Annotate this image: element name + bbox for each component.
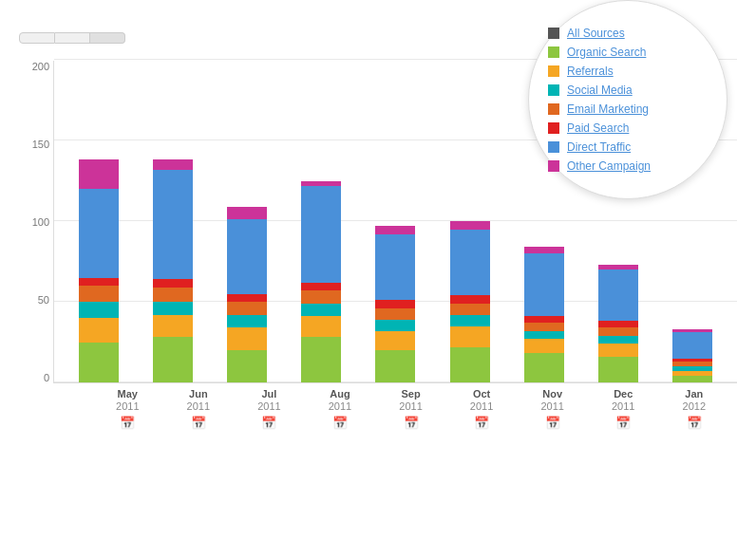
bar-group [212,207,282,382]
legend-dot [548,103,559,115]
legend-label[interactable]: Other Campaign [567,159,651,173]
x-label-month: Dec [614,388,633,400]
bar-segment [301,316,341,337]
x-label: Dec2011📅 [590,388,657,430]
bar-segment [79,189,119,278]
x-label: Jul2011📅 [236,388,303,430]
x-label: Jun2011📅 [165,388,233,430]
bar-segment [450,230,490,296]
bar-segment [375,320,415,331]
bar-segment [227,327,267,350]
bar-segment [450,304,490,315]
x-label-month: Nov [542,388,562,400]
x-label-month: Jan [685,388,703,400]
bar-segment [450,315,490,326]
calendar-icon[interactable]: 📅 [615,416,631,430]
legend-dot [548,160,559,172]
bar-segment [450,295,490,304]
stacked-bar[interactable] [79,159,119,382]
calendar-icon[interactable]: 📅 [120,416,135,430]
bar-segment [153,337,193,382]
legend-label[interactable]: Paid Search [567,121,629,135]
legend-item: All Sources [548,27,708,40]
bar-group [360,226,430,382]
tab-visits[interactable] [19,32,55,44]
legend-label[interactable]: Social Media [567,84,633,97]
legend-item: Other Campaign [548,159,708,173]
legend-item: Paid Search [548,121,708,135]
stacked-bar[interactable] [524,247,564,382]
y-tick: 150 [23,139,49,150]
x-label-year: 2011 [540,400,563,412]
bar-segment [524,353,564,382]
bar-segment [598,336,638,344]
bar-segment [375,331,415,350]
bar-segment [79,302,119,318]
bar-segment [153,279,193,288]
bar-segment [301,290,341,304]
x-label: Sep2011📅 [377,388,444,430]
calendar-icon[interactable]: 📅 [404,416,419,430]
bar-group [435,221,505,382]
bar-segment [227,207,267,220]
bar-segment [375,350,415,382]
legend-dot [548,141,559,153]
bar-segment [227,350,267,382]
bar-segment [153,315,193,338]
bar-segment [79,159,119,189]
bar-segment [524,316,564,323]
bar-segment [301,337,341,382]
legend-label[interactable]: Email Marketing [567,102,649,116]
x-label-year: 2011 [187,400,210,412]
tab-leads[interactable] [55,32,90,44]
bar-segment [227,219,267,293]
stacked-bar[interactable] [598,265,638,382]
y-tick: 200 [23,61,49,72]
x-label-month: Aug [330,388,350,400]
legend-label[interactable]: Direct Traffic [567,140,631,154]
legend-label[interactable]: All Sources [567,27,625,40]
x-label-year: 2012 [683,400,706,412]
calendar-icon[interactable]: 📅 [687,416,702,430]
x-label: Aug2011📅 [307,388,374,430]
bar-segment [598,270,638,321]
x-label: Oct2011📅 [448,388,516,430]
bar-segment [301,186,341,283]
legend-label[interactable]: Referrals [567,65,614,78]
bar-segment [672,332,712,358]
x-label-month: Jul [261,388,276,400]
bar-segment [227,315,267,328]
calendar-icon[interactable]: 📅 [332,416,348,430]
bar-segment [79,343,119,383]
stacked-bar[interactable] [227,207,267,382]
x-label-year: 2011 [116,400,139,412]
legend-dot [548,28,559,39]
y-axis: 050100150200 [23,61,51,383]
calendar-icon[interactable]: 📅 [474,416,489,430]
x-label-month: Jun [189,388,208,400]
bar-group [583,265,653,382]
bar-segment [524,323,564,331]
x-label-month: May [118,388,138,400]
x-label-year: 2011 [612,400,634,412]
legend-label[interactable]: Organic Search [567,46,646,59]
x-label: May2011📅 [94,388,161,430]
bar-segment [672,376,712,382]
calendar-icon[interactable]: 📅 [261,416,276,430]
bar-segment [79,278,119,287]
stacked-bar[interactable] [301,181,341,382]
stacked-bar[interactable] [672,329,712,382]
x-label-year: 2011 [329,400,351,412]
stacked-bar[interactable] [153,159,193,382]
stacked-bar[interactable] [375,226,415,382]
bar-segment [524,331,564,340]
calendar-icon[interactable]: 📅 [545,416,560,430]
tab-customers[interactable] [90,32,125,44]
bar-group [509,247,579,382]
stacked-bar[interactable] [450,221,490,382]
bar-segment [450,326,490,347]
calendar-icon[interactable]: 📅 [191,416,206,430]
bar-segment [598,321,638,327]
bar-segment [375,300,415,308]
bar-segment [153,159,193,169]
